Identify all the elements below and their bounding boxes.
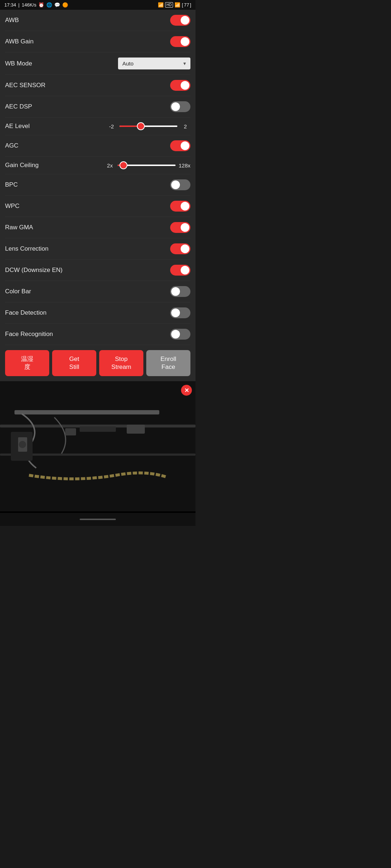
setting-row-gain-ceiling: Gain Ceiling 2x 128x [5,157,190,174]
wpc-knob [181,202,189,210]
aec-dsp-label: AEC DSP [5,103,170,110]
setting-row-face-detection: Face Detection [5,302,190,324]
bpc-toggle[interactable] [170,179,190,190]
svg-rect-9 [127,425,145,434]
awb-gain-control [170,36,190,47]
face-recognition-control [170,329,190,340]
face-recognition-toggle[interactable] [170,329,190,340]
gain-ceiling-thumb [119,161,127,169]
gain-ceiling-track[interactable] [118,165,176,166]
camera-feed [0,381,196,511]
aec-sensor-label: AEC SENSOR [5,82,170,89]
ae-level-label: AE Level [5,123,106,130]
signal-icon: 📶 [158,2,164,8]
awb-label: AWB [5,17,170,24]
raw-gma-control [170,222,190,233]
awb-toggle[interactable] [170,15,190,26]
get-still-button[interactable]: GetStill [52,350,96,376]
svg-rect-7 [65,428,76,435]
raw-gma-toggle[interactable] [170,222,190,233]
ae-level-max: 2 [180,123,190,129]
wifi-icon: 📶 [175,2,180,8]
wpc-label: WPC [5,203,170,210]
ae-level-slider-wrapper: -2 2 [106,123,190,129]
aec-dsp-knob [171,102,180,111]
dcw-toggle[interactable] [170,265,190,276]
temp-humidity-button[interactable]: 温湿度 [5,350,49,376]
status-bar: 17:34 | 146K/s ⏰ 🌐 💬 🟠 📶 HD 📶 [77] [0,0,196,10]
agc-label: AGC [5,142,170,149]
agc-knob [181,141,189,150]
gain-ceiling-min: 2x [105,162,115,169]
gain-ceiling-slider-wrapper: 2x 128x [105,162,190,169]
lens-correction-label: Lens Correction [5,245,170,252]
awb-gain-toggle[interactable] [170,36,190,47]
nav-bar [0,513,196,526]
time-label: 17:34 [4,2,16,8]
dcw-control [170,265,190,276]
network-speed: 146K/s [22,2,36,8]
setting-row-lens-correction: Lens Correction [5,238,190,260]
ae-level-thumb [137,122,145,130]
app-icon: 🟠 [62,2,68,8]
svg-point-6 [19,441,26,448]
face-recognition-knob [171,330,180,339]
ae-level-min: -2 [106,123,117,129]
setting-row-color-bar: Color Bar [5,281,190,302]
globe-icon: 🌐 [46,2,52,8]
setting-row-dcw: DCW (Downsize EN) [5,260,190,281]
raw-gma-knob [181,223,189,232]
face-detection-knob [171,309,180,317]
setting-row-aec-sensor: AEC SENSOR [5,75,190,96]
status-left: 17:34 | 146K/s ⏰ 🌐 💬 🟠 [4,2,68,8]
separator: | [18,2,20,8]
lens-correction-knob [181,244,189,253]
gain-ceiling-max: 128x [178,162,190,169]
aec-dsp-toggle[interactable] [170,101,190,112]
camera-view: ✕ [0,381,196,513]
lens-correction-toggle[interactable] [170,243,190,254]
color-bar-toggle[interactable] [170,286,190,297]
setting-row-raw-gma: Raw GMA [5,217,190,238]
face-detection-toggle[interactable] [170,307,190,318]
svg-rect-8 [80,426,116,432]
setting-row-face-recognition: Face Recognition [5,324,190,345]
aec-sensor-control [170,80,190,91]
setting-row-agc: AGC [5,135,190,157]
setting-row-bpc: BPC [5,174,190,196]
color-bar-label: Color Bar [5,288,170,295]
face-recognition-label: Face Recognition [5,331,170,338]
setting-row-awb-gain: AWB Gain [5,31,190,52]
agc-toggle[interactable] [170,140,190,151]
home-indicator[interactable] [80,519,116,520]
close-camera-button[interactable]: ✕ [181,385,192,396]
bpc-label: BPC [5,181,170,188]
face-detection-label: Face Detection [5,309,170,316]
wpc-control [170,201,190,212]
wpc-toggle[interactable] [170,201,190,212]
action-buttons: 温湿度 GetStill StopStream EnrollFace [0,345,196,381]
wb-mode-select[interactable]: Auto Sunny Cloudy Office Home [118,58,190,69]
enroll-face-button[interactable]: EnrollFace [146,350,190,376]
bpc-knob [171,180,180,189]
alarm-icon: ⏰ [38,2,44,8]
color-bar-knob [171,287,180,296]
awb-control [170,15,190,26]
close-icon: ✕ [184,387,189,394]
setting-row-wpc: WPC [5,196,190,217]
setting-row-wb-mode: WB Mode Auto Sunny Cloudy Office Home ▼ [5,52,190,75]
battery-icon: [77] [182,2,191,8]
dcw-label: DCW (Downsize EN) [5,267,170,274]
wb-mode-label: WB Mode [5,60,118,67]
stop-stream-button[interactable]: StopStream [99,350,143,376]
awb-knob [181,16,189,25]
chat-icon: 💬 [54,2,60,8]
aec-sensor-toggle[interactable] [170,80,190,91]
battery-percent: 77 [184,2,189,8]
settings-panel: AWB AWB Gain WB Mode Auto Sunny Cloudy O… [0,10,196,345]
awb-gain-knob [181,37,189,46]
awb-gain-label: AWB Gain [5,38,170,45]
ae-level-track[interactable] [119,125,177,127]
bpc-control [170,179,190,190]
aec-sensor-knob [181,81,189,90]
